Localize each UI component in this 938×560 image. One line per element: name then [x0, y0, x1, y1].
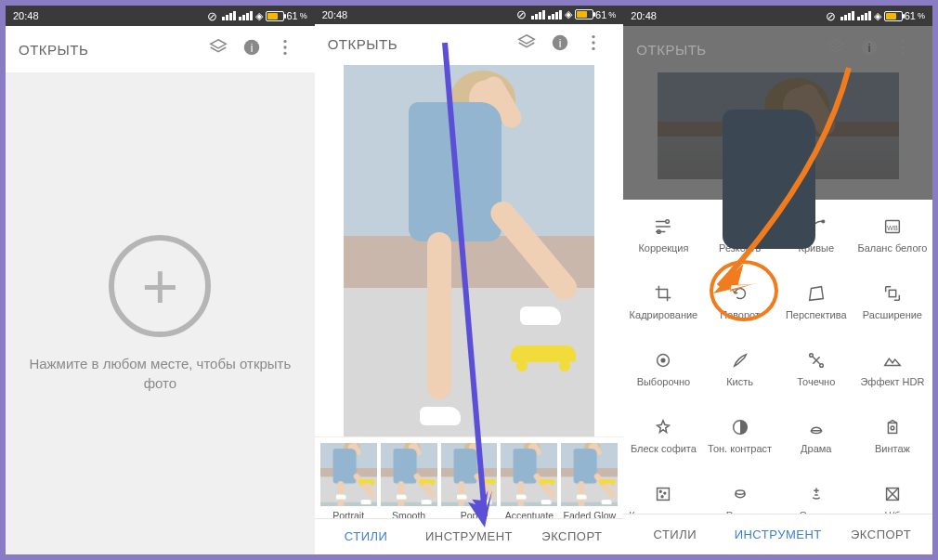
tool-label: Драма — [780, 443, 853, 465]
expand-icon — [856, 281, 929, 306]
signal-icon-2 — [548, 10, 562, 20]
svg-point-13 — [901, 40, 904, 43]
info-icon[interactable]: i — [235, 37, 268, 61]
svg-point-3 — [283, 46, 286, 48]
svg-rect-30 — [658, 488, 670, 501]
glamour-icon — [627, 415, 699, 439]
tab-export[interactable]: ЭКСПОРТ — [520, 519, 623, 554]
dimmed-photo-area: ОТКРЫТЬ i — [623, 26, 932, 200]
bw-icon — [856, 482, 929, 506]
tool-tune[interactable]: Коррекция — [625, 209, 701, 270]
tool-label: Выборочно — [627, 376, 699, 398]
svg-rect-28 — [888, 423, 896, 433]
layers-icon[interactable] — [819, 37, 853, 61]
signal-icon-2 — [857, 11, 871, 20]
empty-canvas[interactable]: + Нажмите в любом месте, чтобы открыть ф… — [6, 72, 315, 554]
svg-point-4 — [283, 52, 286, 55]
bottom-tabs: СТИЛИ ИНСТРУМЕНТ ЭКСПОРТ — [315, 518, 624, 554]
hdr-icon — [856, 348, 929, 372]
style-label: Faded Glow — [561, 510, 618, 518]
svg-point-8 — [593, 41, 595, 44]
more-icon[interactable] — [886, 37, 919, 61]
app-toolbar: ОТКРЫТЬ i — [6, 26, 315, 72]
mute-icon: ⊘ — [516, 7, 527, 21]
tool-label: Блеск софита — [627, 443, 699, 465]
tool-glamour[interactable]: Блеск софита — [625, 410, 701, 471]
battery-icon: 61% — [575, 9, 616, 20]
signal-icon — [222, 11, 236, 20]
style-item-faded glow[interactable]: Faded Glow — [561, 443, 618, 518]
empty-hint: Нажмите в любом месте, чтобы открыть фот… — [6, 354, 315, 393]
wb-icon: WB — [856, 215, 929, 239]
tab-styles[interactable]: СТИЛИ — [623, 514, 726, 554]
tool-hdr[interactable]: Эффект HDR — [854, 343, 931, 404]
tool-heal[interactable]: Точечно — [778, 343, 854, 404]
photo-canvas[interactable] — [315, 65, 624, 436]
more-icon[interactable] — [268, 37, 302, 61]
tool-retro[interactable]: Ретро — [702, 476, 778, 514]
svg-point-26 — [819, 364, 823, 368]
tab-styles[interactable]: СТИЛИ — [315, 519, 418, 554]
tool-label: Коррекция — [627, 242, 699, 265]
styles-row: Portrait Smooth Pop Acc — [315, 436, 624, 518]
open-button[interactable]: ОТКРЫТЬ — [636, 42, 706, 58]
style-item-pop[interactable]: Pop — [441, 443, 498, 518]
style-thumb — [320, 443, 377, 506]
tab-tools[interactable]: ИНСТРУМЕНТ — [726, 514, 829, 554]
wifi-icon: ◈ — [874, 10, 881, 22]
tool-label: Кисть — [704, 376, 776, 398]
tab-export[interactable]: ЭКСПОРТ — [829, 514, 932, 554]
screen-styles: 20:48 ⊘ ◈ 61% ОТКРЫТЬ i — [315, 6, 624, 554]
style-thumb — [381, 443, 437, 506]
tool-label: Кадрирование — [627, 309, 699, 332]
tool-grunge[interactable]: Grunge — [778, 476, 854, 514]
tool-grain[interactable]: Крупное зерно — [625, 476, 701, 514]
grain-icon — [627, 482, 699, 506]
target-icon — [627, 348, 699, 372]
style-label: Pop — [441, 510, 498, 518]
tool-label: Баланс белого — [856, 242, 929, 265]
tool-vintage[interactable]: Винтаж — [854, 410, 931, 471]
tool-wb[interactable]: WB Баланс белого — [854, 209, 931, 270]
style-label: Portrait — [320, 510, 377, 518]
status-time: 20:48 — [322, 9, 348, 20]
signal-icon — [531, 10, 545, 20]
info-icon[interactable]: i — [853, 37, 886, 61]
tool-contrast[interactable]: Тон. контраст — [702, 410, 778, 471]
layers-icon[interactable] — [510, 33, 543, 57]
tool-expand[interactable]: Расширение — [854, 276, 931, 337]
svg-point-33 — [662, 496, 664, 498]
svg-text:i: i — [559, 36, 562, 49]
svg-point-15 — [901, 52, 904, 55]
tool-label: Расширение — [856, 309, 929, 332]
more-icon[interactable] — [577, 33, 610, 57]
screen-open-empty: 20:48 ⊘ ◈ 61% ОТКРЫТЬ i + Нажмите в любо… — [6, 6, 315, 554]
status-bar: 20:48 ⊘ ◈ 61% — [6, 6, 315, 26]
tool-brush[interactable]: Кисть — [702, 343, 778, 404]
tab-tools[interactable]: ИНСТРУМЕНТ — [418, 519, 521, 554]
tool-drama[interactable]: Драма — [778, 410, 854, 471]
tool-perspective[interactable]: Перспектива — [778, 276, 854, 337]
style-label: Accentuate — [501, 510, 557, 518]
status-bar: 20:48 ⊘ ◈ 61% — [315, 6, 624, 24]
style-item-portrait[interactable]: Portrait — [320, 443, 377, 518]
tool-crop[interactable]: Кадрирование — [625, 276, 701, 337]
retro-icon — [704, 482, 776, 506]
svg-text:i: i — [250, 42, 253, 55]
open-button[interactable]: ОТКРЫТЬ — [328, 36, 397, 52]
open-button[interactable]: ОТКРЫТЬ — [19, 42, 88, 58]
battery-icon: 61% — [884, 10, 925, 21]
tool-label: Эффект HDR — [856, 376, 929, 398]
add-photo-icon: + — [109, 235, 211, 337]
tool-bw[interactable]: Ч/б — [854, 476, 931, 514]
svg-point-24 — [662, 358, 666, 362]
battery-icon: 61% — [266, 10, 306, 21]
layers-icon[interactable] — [202, 37, 235, 61]
info-icon[interactable]: i — [543, 33, 577, 57]
style-item-smooth[interactable]: Smooth — [381, 443, 437, 518]
crop-icon — [627, 281, 699, 306]
tool-label: Винтаж — [856, 443, 929, 465]
tool-label: Перспектива — [780, 309, 853, 332]
style-item-accentuate[interactable]: Accentuate — [501, 443, 557, 518]
tool-target[interactable]: Выборочно — [625, 343, 701, 404]
